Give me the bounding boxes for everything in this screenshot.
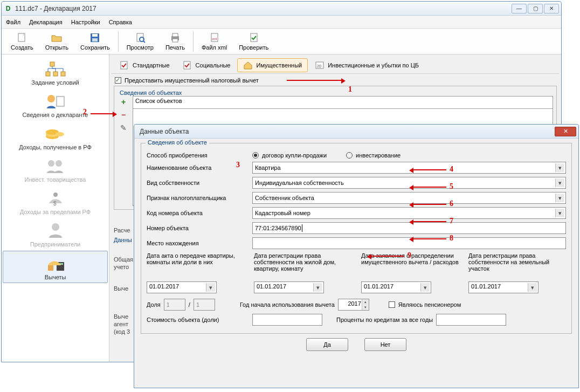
- object-number-label: Номер объекта: [147, 225, 249, 231]
- svg-rect-16: [53, 72, 58, 76]
- sidebar-item-income-foreign[interactable]: $ Доходы за пределами РФ: [3, 186, 108, 217]
- sidebar-item-income-rf[interactable]: Доходы, полученные в РФ: [3, 121, 108, 153]
- acquisition-label: Способ приобретения: [147, 152, 249, 159]
- date-act-input[interactable]: 01.01.2017: [147, 281, 217, 293]
- number-code-select[interactable]: Кадастровый номер: [252, 207, 566, 219]
- svg-point-22: [56, 132, 64, 136]
- callout-4: 4: [450, 165, 453, 174]
- ok-button[interactable]: Да: [306, 338, 348, 351]
- callout-8: 8: [450, 234, 453, 243]
- svg-rect-8: [172, 33, 178, 37]
- xml-button[interactable]: xml Файл xml: [196, 31, 233, 52]
- check-icon: [248, 32, 260, 43]
- credit-percent-label: Проценты по кредитам за все годы: [336, 317, 433, 323]
- save-button[interactable]: Сохранить: [74, 31, 116, 52]
- svg-point-24: [56, 160, 62, 167]
- cancel-button[interactable]: Нет: [364, 338, 406, 351]
- check-button[interactable]: Проверить: [233, 31, 274, 52]
- date-reg-house-input[interactable]: 01.01.2017: [254, 281, 324, 293]
- print-icon: [169, 32, 181, 43]
- svg-text:$: $: [53, 201, 57, 207]
- callout-arrow-6: [411, 204, 446, 205]
- share-denominator-input[interactable]: 1: [194, 299, 215, 311]
- svg-rect-13: [50, 62, 54, 66]
- titlebar: D 111.dc7 - Декларация 2017 — ▢ ✕: [2, 2, 561, 16]
- menu-settings[interactable]: Настройки: [71, 19, 100, 25]
- deductions-icon: [45, 255, 66, 273]
- share-numerator-input[interactable]: 1: [164, 299, 185, 311]
- svg-rect-3: [92, 38, 98, 42]
- maximize-button[interactable]: ▢: [528, 4, 543, 13]
- sidebar-item-entrepreneurs[interactable]: Предприниматели: [3, 218, 108, 250]
- sidebar-item-declarant[interactable]: Сведения о декларанте: [3, 89, 108, 120]
- callout-6: 6: [450, 200, 453, 208]
- callout-arrow-4: [411, 169, 446, 170]
- remove-object-button[interactable]: −: [119, 111, 128, 121]
- toolbar: Создать Открыть Сохранить Просмотр Печат…: [2, 29, 561, 54]
- sidebar: Задание условий Сведения о декларанте До…: [2, 54, 109, 362]
- declarant-icon: [45, 92, 66, 111]
- property-icon: [243, 61, 253, 70]
- provide-deduction-checkbox[interactable]: [115, 77, 121, 84]
- ownership-type-label: Вид собственности: [147, 180, 249, 186]
- svg-point-25: [53, 192, 58, 197]
- date-statement-input[interactable]: 01.01.2017: [361, 281, 431, 293]
- svg-rect-15: [61, 72, 65, 76]
- svg-point-17: [47, 95, 55, 102]
- menu-help[interactable]: Справка: [109, 19, 132, 25]
- save-icon: [89, 32, 101, 43]
- open-button[interactable]: Открыть: [39, 31, 74, 52]
- callout-7: 7: [450, 217, 453, 225]
- print-button[interactable]: Печать: [160, 31, 191, 52]
- edit-object-button[interactable]: ✎: [119, 124, 128, 134]
- pensioner-label: Являюсь пенсионером: [398, 301, 461, 308]
- dialog-close-button[interactable]: ✕: [555, 127, 576, 136]
- preview-button[interactable]: Просмотр: [121, 31, 160, 52]
- object-dialog: Данные объекта ✕ Сведения об объекте Спо…: [134, 124, 579, 388]
- number-code-label: Код номера объекта: [147, 210, 249, 216]
- year-label: Год начала использования вычета: [240, 301, 335, 308]
- menu-file[interactable]: Файл: [6, 19, 20, 25]
- svg-rect-9: [172, 39, 178, 42]
- callout-arrow-2: [91, 113, 115, 114]
- tab-standard[interactable]: Стандартные: [114, 58, 176, 72]
- svg-text:xml: xml: [212, 37, 217, 40]
- new-icon: [16, 32, 28, 43]
- xml-icon: xml: [209, 32, 220, 43]
- menu-declaration[interactable]: Декларация: [29, 19, 63, 25]
- pensioner-checkbox[interactable]: [389, 301, 395, 308]
- radio-investment[interactable]: [346, 152, 353, 159]
- provide-deduction-label: Предоставить имущественный налоговый выч…: [125, 77, 259, 84]
- svg-rect-12: [251, 33, 257, 42]
- sidebar-item-conditions[interactable]: Задание условий: [3, 57, 108, 88]
- year-spinner[interactable]: 2017: [338, 299, 369, 311]
- sidebar-item-invest-partnerships[interactable]: Инвест. товарищества: [3, 154, 108, 185]
- standard-icon: [120, 61, 129, 70]
- investment-icon: 20: [315, 61, 324, 70]
- new-button[interactable]: Создать: [5, 31, 39, 52]
- date-reg-land-input[interactable]: 01.01.2017: [468, 281, 538, 293]
- date-reg-house-label: Дата регистрации права собственности на …: [254, 252, 351, 281]
- tab-investment[interactable]: 20 Инвестиционные и убытки по ЦБ: [309, 58, 425, 72]
- sidebar-item-deductions[interactable]: Вычеты: [3, 251, 108, 283]
- menubar: Файл Декларация Настройки Справка: [2, 16, 561, 29]
- callout-arrow-7: [411, 221, 446, 222]
- radio-purchase[interactable]: [252, 152, 259, 159]
- tab-social[interactable]: Социальные: [177, 58, 237, 72]
- svg-rect-32: [184, 61, 190, 69]
- tab-property[interactable]: Имущественный: [237, 58, 308, 72]
- cost-input[interactable]: [252, 314, 322, 326]
- credit-percent-input[interactable]: [436, 314, 506, 326]
- conditions-icon: [45, 60, 66, 78]
- add-object-button[interactable]: +: [119, 98, 128, 108]
- invest-icon: [45, 157, 66, 175]
- app-icon: D: [4, 4, 12, 13]
- callout-arrow-1: [287, 80, 344, 81]
- dialog-titlebar: Данные объекта ✕: [134, 125, 578, 139]
- object-name-label: Наименование объекта: [147, 164, 249, 171]
- object-info-fieldset: Сведения об объекте Способ приобретения …: [141, 143, 572, 334]
- minimize-button[interactable]: —: [512, 4, 527, 13]
- callout-arrow-5: [411, 187, 446, 188]
- preview-icon: [134, 32, 146, 43]
- close-button[interactable]: ✕: [544, 4, 559, 13]
